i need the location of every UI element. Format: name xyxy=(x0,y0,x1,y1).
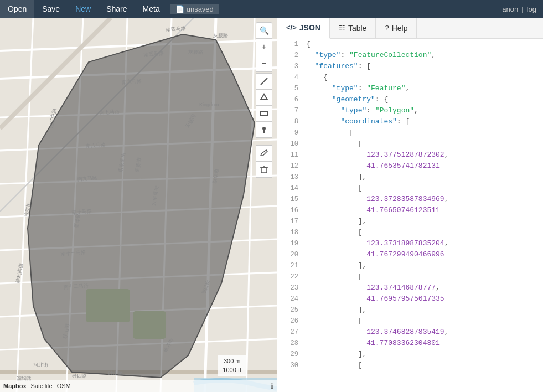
svg-point-54 xyxy=(262,127,266,130)
draw-line-button[interactable] xyxy=(256,73,272,90)
map-attribution: Mapbox Satellite OSM ℹ xyxy=(0,380,277,392)
zoom-out-button[interactable]: − xyxy=(256,55,272,72)
line-number: 3 xyxy=(282,61,298,72)
scale-bar: 300 m 1000 ft xyxy=(218,355,246,376)
save-button[interactable]: Save xyxy=(34,0,68,18)
json-line: 1{ xyxy=(277,39,543,50)
line-number: 13 xyxy=(282,172,298,183)
line-number: 27 xyxy=(282,327,298,338)
log-label[interactable]: log xyxy=(527,5,536,13)
svg-text:灰腰路: 灰腰路 xyxy=(188,49,203,55)
meta-button[interactable]: Meta xyxy=(135,0,168,18)
svg-rect-53 xyxy=(261,111,267,116)
json-code-icon: </> xyxy=(286,23,297,32)
tab-json[interactable]: </> JSON xyxy=(277,18,330,39)
tab-table[interactable]: ☷ Table xyxy=(330,18,376,39)
line-content: "geometry": { xyxy=(306,94,388,105)
map-area[interactable]: 南四马路 南五马路 南六马路 南七马路 南八马路 南九马路 南十马路 南十一马路… xyxy=(0,18,277,392)
satellite-attr[interactable]: Satellite xyxy=(31,383,53,389)
line-number: 23 xyxy=(282,282,298,293)
mapbox-attr[interactable]: Mapbox xyxy=(3,383,27,389)
top-bar: Open Save New Share Meta 📄 unsaved anon … xyxy=(0,0,543,18)
line-content: [ xyxy=(306,360,362,371)
json-line: 27 123.37468287835419, xyxy=(277,327,543,338)
json-line: 17 ], xyxy=(277,216,543,227)
line-content: 123.374146878777, xyxy=(306,282,440,293)
line-number: 16 xyxy=(282,205,298,216)
line-content: 41.77083362304801 xyxy=(306,338,440,349)
tab-json-label: JSON xyxy=(299,23,320,32)
json-line: 18 [ xyxy=(277,227,543,238)
tab-help[interactable]: ? Help xyxy=(376,18,417,39)
json-line: 2 "type": "FeatureCollection", xyxy=(277,50,543,61)
line-number: 15 xyxy=(282,194,298,205)
line-content: { xyxy=(306,39,311,50)
line-content: ], xyxy=(306,216,366,227)
line-number: 28 xyxy=(282,338,298,349)
panel-tabs: </> JSON ☷ Table ? Help xyxy=(277,18,543,39)
map-controls-top: 🔍 + − xyxy=(256,22,272,72)
trash-button[interactable] xyxy=(256,161,272,178)
json-line: 14 [ xyxy=(277,183,543,194)
line-number: 7 xyxy=(282,105,298,116)
scale-1000ft: 1000 ft xyxy=(223,366,241,374)
open-button[interactable]: Open xyxy=(0,0,34,18)
line-number: 12 xyxy=(282,161,298,172)
line-content: 123.37283587834969, xyxy=(306,194,448,205)
line-number: 17 xyxy=(282,216,298,227)
line-number: 6 xyxy=(282,94,298,105)
right-panel: </> JSON ☷ Table ? Help 1{2 "type": "Fea… xyxy=(277,18,543,392)
top-bar-right: anon | log xyxy=(502,5,543,13)
table-icon: ☷ xyxy=(339,24,345,32)
line-number: 30 xyxy=(282,360,298,371)
svg-text:砂山路: 砂山路 xyxy=(107,370,123,376)
line-content: 123.37751287872302, xyxy=(306,149,448,161)
svg-text:砂四路: 砂四路 xyxy=(71,373,87,379)
json-line: 10 [ xyxy=(277,138,543,149)
line-content: ], xyxy=(306,260,366,271)
line-content: ], xyxy=(306,305,366,316)
draw-controls xyxy=(256,73,272,137)
line-content: "type": "FeatureCollection", xyxy=(306,50,436,61)
line-number: 5 xyxy=(282,83,298,94)
unsaved-label: unsaved xyxy=(187,5,214,13)
draw-rectangle-button[interactable] xyxy=(256,105,272,122)
json-line: 19 123.37318987835204, xyxy=(277,238,543,249)
json-line: 23 123.374146878777, xyxy=(277,282,543,293)
document-icon: 📄 xyxy=(175,5,184,13)
json-line: 26 [ xyxy=(277,316,543,327)
line-number: 20 xyxy=(282,249,298,260)
svg-rect-55 xyxy=(261,168,267,173)
info-icon[interactable]: ℹ xyxy=(271,382,273,390)
svg-marker-52 xyxy=(261,94,267,100)
json-line: 28 41.77083362304801 xyxy=(277,338,543,349)
json-editor[interactable]: 1{2 "type": "FeatureCollection",3 "featu… xyxy=(277,39,543,392)
edit-button[interactable] xyxy=(256,145,272,162)
line-number: 25 xyxy=(282,305,298,316)
top-bar-left: Open Save New Share Meta 📄 unsaved xyxy=(0,0,219,18)
draw-point-button[interactable] xyxy=(256,121,272,138)
json-line: 29 ], xyxy=(277,349,543,360)
new-button[interactable]: New xyxy=(68,0,99,18)
line-content: [ xyxy=(306,127,354,138)
edit-controls xyxy=(256,145,272,177)
tab-help-label: Help xyxy=(392,24,408,33)
line-content: [ xyxy=(306,271,362,282)
json-line: 20 41.767299490466996 xyxy=(277,249,543,260)
json-line: 16 41.76650746123511 xyxy=(277,205,543,216)
line-number: 24 xyxy=(282,293,298,305)
line-content: [ xyxy=(306,316,362,327)
json-line: 8 "coordinates": [ xyxy=(277,116,543,127)
line-content: 41.767299490466996 xyxy=(306,249,444,260)
draw-polygon-button[interactable] xyxy=(256,89,272,106)
line-content: 41.769579575617335 xyxy=(306,293,444,305)
json-line: 22 [ xyxy=(277,271,543,282)
line-content: [ xyxy=(306,138,362,149)
share-button[interactable]: Share xyxy=(99,0,135,18)
line-number: 14 xyxy=(282,183,298,194)
line-content: ], xyxy=(306,172,366,183)
line-content: 41.76535741782131 xyxy=(306,161,440,172)
zoom-in-button[interactable]: + xyxy=(256,39,272,55)
search-button[interactable]: 🔍 xyxy=(256,22,272,39)
osm-attr[interactable]: OSM xyxy=(57,383,71,389)
